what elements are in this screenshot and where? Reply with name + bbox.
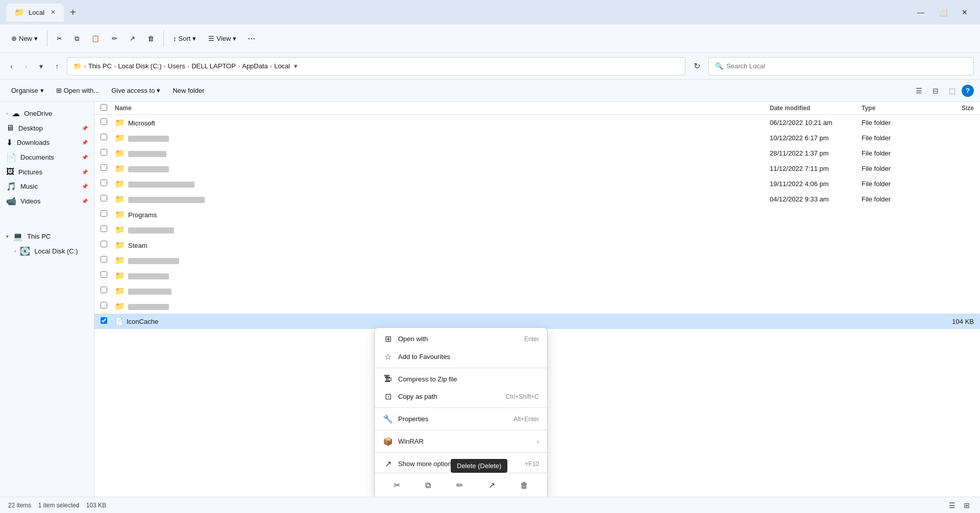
new-chevron-icon: ▾ xyxy=(34,35,38,42)
paste-button[interactable]: 📋 xyxy=(86,32,105,45)
folder-icon: 📁 xyxy=(115,271,125,280)
table-row[interactable]: 📁 xyxy=(94,298,980,314)
breadcrumb-delluser[interactable]: DELL LAPTOP xyxy=(191,62,236,70)
sidebar-item-pictures[interactable]: 🖼 Pictures 📌 xyxy=(0,165,94,179)
table-row[interactable]: 📁 28/11/2022 1:37 pm File folder xyxy=(94,145,980,161)
row-checkbox[interactable] xyxy=(101,118,107,125)
row-checkbox[interactable] xyxy=(101,149,107,156)
search-input[interactable] xyxy=(726,62,967,70)
sidebar-item-thispc[interactable]: ▾ 💻 This PC xyxy=(0,229,94,244)
table-row[interactable]: 📁 11/12/2022 7:11 pm File folder xyxy=(94,161,980,176)
row-checkbox[interactable] xyxy=(101,287,107,293)
row-checkbox[interactable] xyxy=(101,241,107,247)
breadcrumb-dropdown-button[interactable]: ▾ xyxy=(294,62,298,70)
table-row[interactable]: 📁 19/11/2022 4:06 pm File folder xyxy=(94,176,980,191)
onedrive-icon: ☁ xyxy=(12,109,20,118)
header-type[interactable]: Type xyxy=(862,105,923,112)
recent-button[interactable]: ▾ xyxy=(35,60,47,72)
select-all-checkbox[interactable] xyxy=(101,104,107,111)
delete-button[interactable]: 🗑 xyxy=(142,32,159,45)
more-button[interactable]: ··· xyxy=(243,30,259,47)
sidebar-item-localdisk[interactable]: › 💽 Local Disk (C:) xyxy=(0,244,94,259)
sidebar-item-music[interactable]: 🎵 Music 📌 xyxy=(0,179,94,194)
details-view-button[interactable]: ⊟ xyxy=(928,85,943,97)
header-size[interactable]: Size xyxy=(923,105,974,112)
table-row[interactable]: 📁Microsoft 06/12/2022 10:21 am File fold… xyxy=(94,115,980,130)
table-row[interactable]: 📁 xyxy=(94,222,980,237)
table-row[interactable]: 📁 xyxy=(94,268,980,283)
new-tab-button[interactable]: + xyxy=(70,7,76,18)
ctx-compress-zip[interactable]: 🗜 Compress to Zip file xyxy=(375,370,547,388)
ctx-open-with[interactable]: ⊞ Open with Enter xyxy=(375,330,547,348)
open-with-button[interactable]: ⊞ Open with... xyxy=(51,84,104,97)
minimize-button[interactable]: — xyxy=(911,6,930,18)
sidebar-item-documents[interactable]: 📄 Documents 📌 xyxy=(0,150,94,165)
table-row[interactable]: 📁Steam xyxy=(94,237,980,252)
table-row[interactable]: 📁 10/12/2022 6:17 pm File folder xyxy=(94,130,980,145)
ctx-footer-cut-button[interactable]: ✂ xyxy=(390,477,403,493)
breadcrumb-localdisk[interactable]: Local Disk (C:) xyxy=(118,62,161,70)
ctx-footer-delete-button[interactable]: 🗑 xyxy=(517,478,531,493)
view-icons: ☰ ⊟ ⬚ ? xyxy=(912,85,974,97)
header-date[interactable]: Date modified xyxy=(770,105,862,112)
help-button[interactable]: ? xyxy=(962,85,974,97)
sidebar-item-downloads[interactable]: ⬇ Downloads 📌 xyxy=(0,135,94,150)
sidebar-item-onedrive[interactable]: › ☁ OneDrive xyxy=(0,106,94,121)
ctx-properties[interactable]: 🔧 Properties Alt+Enter xyxy=(375,410,547,428)
ctx-add-favourites[interactable]: ☆ Add to Favourites xyxy=(375,348,547,366)
search-box[interactable]: 🔍 xyxy=(708,57,974,75)
breadcrumb-thispc[interactable]: This PC xyxy=(88,62,112,70)
grid-view-mode-button[interactable]: ⊞ xyxy=(962,500,972,510)
table-row[interactable]: 📁Programs xyxy=(94,207,980,222)
tab-close-button[interactable]: ✕ xyxy=(51,9,56,16)
ctx-footer-copy-button[interactable]: ⧉ xyxy=(422,478,434,493)
give-access-button[interactable]: Give access to ▾ xyxy=(106,84,165,97)
row-checkbox[interactable] xyxy=(101,195,107,201)
ctx-winrar[interactable]: 📦 WinRAR › xyxy=(375,432,547,450)
table-row-selected[interactable]: 📄IconCache 104 KB xyxy=(94,314,980,329)
sidebar-item-desktop[interactable]: 🖥 Desktop 📌 xyxy=(0,121,94,135)
row-checkbox[interactable] xyxy=(101,225,107,232)
maximize-button[interactable]: ⬜ xyxy=(933,6,953,18)
tab-local[interactable]: 📁 Local ✕ xyxy=(6,4,64,21)
sidebar-item-videos[interactable]: 📹 Videos 📌 xyxy=(0,194,94,209)
rename-button[interactable]: ✏ xyxy=(107,32,122,45)
row-checkbox[interactable] xyxy=(101,271,107,278)
list-view-mode-button[interactable]: ☰ xyxy=(947,500,958,510)
view-button[interactable]: ☰ View ▾ xyxy=(203,32,241,45)
breadcrumb[interactable]: 📁 › This PC › Local Disk (C:) › Users › … xyxy=(67,57,685,75)
ctx-copy-path-label: Copy as path xyxy=(398,393,501,400)
table-row[interactable]: 📁 xyxy=(94,252,980,268)
ctx-copy-path[interactable]: ⊡ Copy as path Ctrl+Shift+C xyxy=(375,388,547,405)
row-checkbox[interactable] xyxy=(101,134,107,140)
new-folder-button[interactable]: New folder xyxy=(167,84,209,97)
row-checkbox[interactable] xyxy=(101,302,107,309)
row-checkbox[interactable] xyxy=(101,210,107,217)
ctx-footer-share-button[interactable]: ↗ xyxy=(485,477,498,493)
forward-button[interactable]: › xyxy=(21,60,32,72)
organise-button[interactable]: Organise ▾ xyxy=(6,84,49,97)
table-row[interactable]: 📁 xyxy=(94,283,980,298)
up-button[interactable]: ↑ xyxy=(51,60,63,72)
table-row[interactable]: 📁 04/12/2022 9:33 am File folder xyxy=(94,191,980,207)
breadcrumb-appdata[interactable]: AppData xyxy=(242,62,268,70)
pane-view-button[interactable]: ⬚ xyxy=(945,85,960,97)
refresh-button[interactable]: ↻ xyxy=(690,59,704,73)
header-check[interactable] xyxy=(101,104,115,112)
close-button[interactable]: ✕ xyxy=(955,6,974,18)
breadcrumb-users[interactable]: Users xyxy=(168,62,185,70)
row-checkbox[interactable] xyxy=(101,317,107,324)
list-view-button[interactable]: ☰ xyxy=(912,85,926,97)
sort-button[interactable]: ↕ Sort ▾ xyxy=(168,32,201,45)
row-checkbox[interactable] xyxy=(101,256,107,263)
row-checkbox[interactable] xyxy=(101,179,107,186)
cut-button[interactable]: ✂ xyxy=(52,32,67,45)
new-button[interactable]: ⊕ New ▾ xyxy=(6,32,43,45)
share-button[interactable]: ↗ xyxy=(125,32,140,45)
row-checkbox[interactable] xyxy=(101,164,107,171)
copy-button[interactable]: ⧉ xyxy=(69,32,84,46)
breadcrumb-local[interactable]: Local xyxy=(274,62,290,70)
back-button[interactable]: ‹ xyxy=(6,60,17,72)
header-name[interactable]: Name xyxy=(115,105,770,112)
ctx-footer-rename-button[interactable]: ✏ xyxy=(453,477,466,493)
